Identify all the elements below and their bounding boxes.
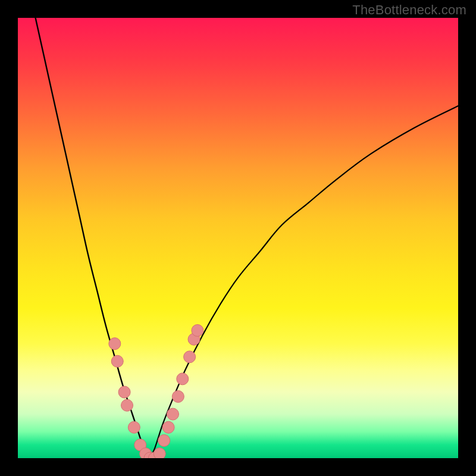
dot-marker	[177, 373, 189, 385]
plot-area	[18, 18, 458, 458]
dot-marker	[154, 448, 165, 458]
dot-marker	[121, 399, 133, 411]
dot-marker	[192, 324, 203, 336]
dot-marker	[184, 351, 196, 363]
outer-frame: TheBottleneck.com	[0, 0, 476, 476]
dot-marker	[118, 386, 130, 398]
dot-marker	[128, 421, 140, 433]
highlight-dots	[18, 18, 458, 458]
dot-marker	[109, 338, 121, 350]
dot-marker	[111, 355, 123, 367]
watermark-text: TheBottleneck.com	[352, 2, 466, 18]
dot-marker	[162, 421, 174, 433]
dot-marker	[172, 390, 184, 402]
dot-marker	[167, 408, 178, 420]
dot-marker	[158, 434, 170, 446]
